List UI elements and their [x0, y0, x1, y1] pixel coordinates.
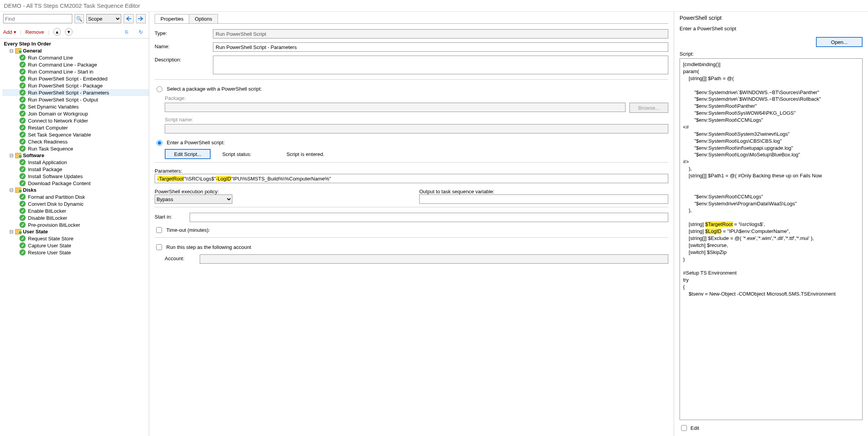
output-var-label: Output to task sequence variable: — [419, 189, 668, 194]
open-button[interactable]: Open... — [816, 37, 863, 47]
description-label: Description: — [155, 56, 213, 63]
check-icon: ✓ — [19, 222, 26, 228]
check-icon: ✓ — [19, 194, 26, 200]
check-icon: ✓ — [19, 61, 26, 68]
tree-item[interactable]: ✓Join Domain or Workgroup — [2, 110, 149, 117]
tree-item[interactable]: ✓Install Software Updates — [2, 173, 149, 180]
refresh-icon[interactable]: ↻ — [136, 27, 146, 37]
tree-item[interactable]: ✓Request State Store — [2, 235, 149, 242]
parameters-field[interactable]: -TargetRoot "\\SRC\Logs$" -LogID "IPU\%S… — [155, 174, 668, 183]
script-textarea[interactable]: [cmdletbinding()] param( [string[]] $Pat… — [680, 58, 863, 420]
check-icon: ✓ — [19, 96, 26, 103]
check-icon: ✓ — [19, 208, 26, 214]
window-title: DEMO - All TS Steps CM2002 Task Sequence… — [0, 0, 868, 12]
timeout-checkbox[interactable] — [156, 227, 162, 233]
tree-root[interactable]: Every Step In Order — [2, 40, 149, 47]
tab-options[interactable]: Options — [189, 14, 218, 23]
name-field[interactable] — [213, 42, 668, 52]
scriptname-field — [165, 124, 668, 133]
script-pane-title: PowerShell script — [674, 12, 868, 23]
script-status-value: Script is entered. — [286, 151, 324, 157]
tree-item[interactable]: ✓Run Task Sequence — [2, 145, 149, 152]
radio-enter-script[interactable] — [157, 140, 162, 146]
runas-checkbox[interactable] — [156, 244, 162, 250]
startin-label: Start in: — [155, 213, 190, 220]
tree-item[interactable]: ✓Run PowerShell Script - Output — [2, 96, 149, 103]
tree-item[interactable]: ✓Disable BitLocker — [2, 214, 149, 221]
tree-group[interactable]: ⊟General — [2, 47, 149, 54]
tree-item[interactable]: ✓Capture User State — [2, 242, 149, 249]
tree-group[interactable]: ⊟Disks — [2, 187, 149, 193]
check-icon: ✓ — [19, 242, 26, 249]
script-viewer-pane: PowerShell script Enter a PowerShell scr… — [674, 12, 868, 436]
edit-script-button[interactable]: Edit Script... — [165, 149, 211, 159]
description-field[interactable] — [213, 56, 668, 74]
tree-group[interactable]: ⊟Software — [2, 152, 149, 159]
check-icon: ✓ — [19, 54, 26, 61]
check-icon: ✓ — [19, 201, 26, 207]
tree-item[interactable]: ✓Install Application — [2, 159, 149, 166]
check-icon: ✓ — [19, 166, 26, 172]
script-box-label: Script: — [674, 51, 868, 58]
timeout-label: Time-out (minutes): — [166, 227, 210, 233]
account-label: Account: — [165, 254, 200, 261]
next-arrow-icon[interactable] — [136, 14, 146, 23]
expand-icon[interactable]: ⎘ — [122, 27, 132, 37]
startin-field[interactable] — [190, 213, 668, 222]
prev-arrow-icon[interactable] — [124, 14, 133, 23]
package-field — [165, 103, 626, 112]
radio-select-package[interactable] — [157, 86, 162, 92]
check-icon: ✓ — [19, 117, 26, 124]
move-down-icon[interactable]: ▼ — [65, 28, 73, 36]
browse-button: Browse... — [629, 103, 668, 113]
tree-item[interactable]: ✓Check Readiness — [2, 138, 149, 145]
radio-select-package-label: Select a package with a PowerShell scrip… — [167, 86, 262, 92]
check-icon: ✓ — [19, 110, 26, 117]
tab-properties[interactable]: Properties — [155, 14, 189, 23]
folder-icon — [15, 153, 21, 158]
tree-item[interactable]: ✓Restart Computer — [2, 124, 149, 131]
task-tree[interactable]: Every Step In Order ⊟General✓Run Command… — [0, 39, 149, 436]
check-icon: ✓ — [19, 103, 26, 110]
search-icon[interactable]: 🔍 — [75, 14, 84, 23]
check-icon: ✓ — [19, 68, 26, 75]
tree-item[interactable]: ✓Run Command Line — [2, 54, 149, 61]
check-icon: ✓ — [19, 249, 26, 256]
find-input[interactable] — [3, 14, 72, 23]
add-button[interactable]: Add ▾ — [3, 29, 16, 35]
runas-label: Run this step as the following account — [166, 244, 251, 250]
tree-item[interactable]: ✓Run PowerShell Script - Parameters — [2, 89, 149, 96]
move-up-icon[interactable]: ▲ — [53, 28, 61, 36]
tree-item[interactable]: ✓Run PowerShell Script - Package — [2, 82, 149, 89]
edit-checkbox[interactable] — [681, 425, 687, 431]
tree-item[interactable]: ✓Download Package Content — [2, 180, 149, 187]
tree-item[interactable]: ✓Run Command Line - Start in — [2, 68, 149, 75]
properties-pane: Properties Options Type: Name: Descripti… — [149, 12, 674, 436]
scope-select[interactable]: Scope — [86, 14, 121, 23]
tree-item[interactable]: ✓Set Dynamic Variables — [2, 103, 149, 110]
type-field — [213, 29, 668, 39]
tree-item[interactable]: ✓Convert Disk to Dynamic — [2, 200, 149, 207]
check-icon: ✓ — [19, 89, 26, 96]
tree-item[interactable]: ✓Set Task Sequence Variable — [2, 131, 149, 138]
tree-item[interactable]: ✓Restore User State — [2, 249, 149, 256]
edit-checkbox-label: Edit — [690, 425, 699, 431]
left-pane: 🔍 Scope Add ▾ | Remove | ▲ ▼ ⎘ ↻ Every S… — [0, 12, 149, 436]
tree-item[interactable]: ✓Enable BitLocker — [2, 207, 149, 214]
tree-item[interactable]: ✓Install Package — [2, 166, 149, 173]
folder-icon — [15, 48, 21, 54]
tree-item[interactable]: ✓Run Command Line - Package — [2, 61, 149, 68]
check-icon: ✓ — [19, 235, 26, 242]
check-icon: ✓ — [19, 159, 26, 165]
scriptname-label: Script name: — [165, 117, 668, 123]
script-pane-subtitle: Enter a PowerShell script — [674, 23, 868, 37]
policy-select[interactable]: Bypass — [155, 194, 232, 204]
tree-item[interactable]: ✓Format and Partition Disk — [2, 193, 149, 200]
tree-item[interactable]: ✓Run PowerShell Script - Embedded — [2, 75, 149, 82]
tree-group[interactable]: ⊟User State — [2, 228, 149, 235]
remove-button[interactable]: Remove — [25, 29, 44, 35]
output-var-field[interactable] — [419, 194, 668, 204]
tree-item[interactable]: ✓Pre-provision BitLocker — [2, 221, 149, 228]
type-label: Type: — [155, 29, 213, 36]
tree-item[interactable]: ✓Connect to Network Folder — [2, 117, 149, 124]
